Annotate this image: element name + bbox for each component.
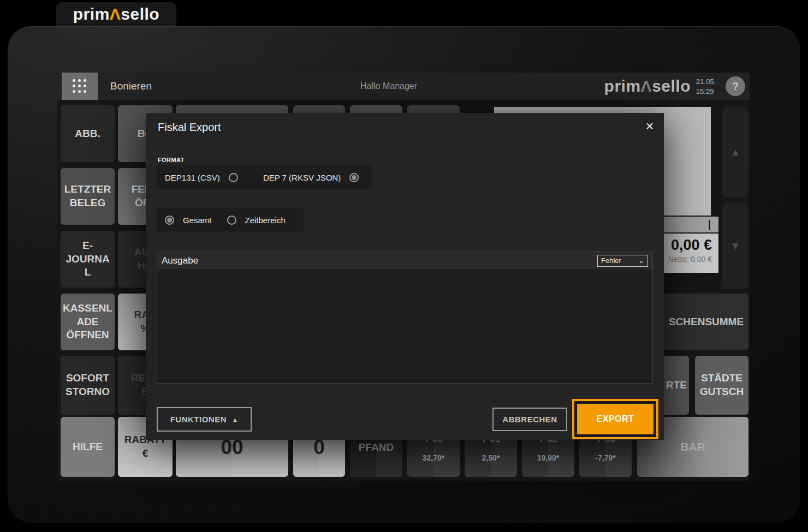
format-section-label: FORMAT [158,157,185,163]
time-label: 15:29 [696,87,716,97]
primasello-logo: primΛsello [73,5,159,23]
output-title: Ausgabe [162,255,597,266]
pos-app-window: Bonieren Hallo Manager primΛsello 21.05.… [57,73,750,481]
header-logo: primΛsello [604,77,691,95]
table-amount: -7,79* [595,453,615,462]
funktionen-label: FUNKTIONEN [170,415,227,424]
staedte-gutschein-button[interactable]: STÄDTE GUTSCH [695,356,748,415]
datetime-display: 21.05. 15:29 [696,77,716,97]
range-options-bar: Gesamt Zeitbereich [157,208,304,232]
header-logo-post: sello [652,77,691,95]
radio-dep7-rksv-json[interactable] [349,173,359,182]
sidebar-item-hilfe[interactable]: HILFE [61,417,115,477]
user-greeting: Hallo Manager [360,73,417,100]
output-header: Ausgabe Fehler ⌄ [157,252,652,269]
sidebar-item-e-journal[interactable]: E- JOURNA L [61,231,115,288]
scroll-down-button[interactable]: ▼ [722,203,748,289]
scroll-up-button[interactable]: ▲ [722,107,748,198]
sidebar-item-kassenlade[interactable]: KASSENL ADE ÖFFNEN [61,294,115,350]
funktionen-button[interactable]: FUNKTIONEN ▲ [157,407,252,432]
sidebar-item-letzter-beleg[interactable]: LETZTER BELEG [61,168,115,225]
grid-menu-icon [73,79,87,93]
help-icon: ? [732,80,739,93]
date-label: 21.05. [696,77,716,87]
range-option-label-gesamt: Gesamt [183,216,212,225]
logo-text-pre: prim [73,5,110,23]
format-option-label-dep7: DEP 7 (RKSV JSON) [263,173,341,182]
output-filter-select[interactable]: Fehler ⌄ [597,255,648,267]
help-button[interactable]: ? [726,76,745,96]
radio-dep131-csv[interactable] [229,173,238,182]
abbrechen-button[interactable]: ABBRECHEN [492,408,567,431]
page-title: Bonieren [110,73,152,100]
sidebar-item-abbruch[interactable]: ABB. [61,105,115,162]
table-amount: 19,90* [537,453,559,462]
app-menu-button[interactable] [62,73,98,100]
filter-selected-value: Fehler [601,256,638,265]
table-amount: 2,50* [482,453,500,462]
triangle-up-icon: ▲ [232,416,238,423]
text-cursor: | [708,218,711,231]
output-panel: Ausgabe Fehler ⌄ [157,252,653,384]
format-option-label-dep131: DEP131 (CSV) [165,173,220,182]
range-option-label-zeitbereich: Zeitbereich [245,216,286,225]
karte-button[interactable]: RTE [664,356,689,415]
header-logo-pre: prim [604,77,641,95]
arrow-up-icon: ▲ [730,146,741,158]
table-amount: 32,70* [423,453,444,462]
logo-text-post: sello [121,5,159,23]
browser-logo-tab: primΛsello [56,2,176,26]
dialog-title: Fiskal Export [158,121,221,134]
format-options-bar: DEP131 (CSV) DEP 7 (RKSV JSON) [157,165,372,189]
zwischensumme-button[interactable]: SCHENSUMME [664,294,748,350]
radio-gesamt[interactable] [165,216,174,225]
arrow-down-icon: ▼ [730,240,741,252]
radio-zeitbereich[interactable] [227,216,236,225]
close-icon[interactable]: ✕ [645,120,654,133]
app-header: Bonieren Hallo Manager primΛsello 21.05.… [57,73,750,100]
fiskal-export-dialog: Fiskal Export ✕ FORMAT DEP131 (CSV) DEP … [146,113,664,440]
sidebar-item-sofort-storno[interactable]: SOFORT STORNO [61,356,115,415]
logo-lambda-icon: Λ [110,5,121,23]
chevron-down-icon: ⌄ [638,258,644,264]
export-button[interactable]: EXPORT [577,404,653,434]
export-focus-ring: EXPORT [572,399,658,439]
header-logo-lambda-icon: Λ [641,77,652,95]
